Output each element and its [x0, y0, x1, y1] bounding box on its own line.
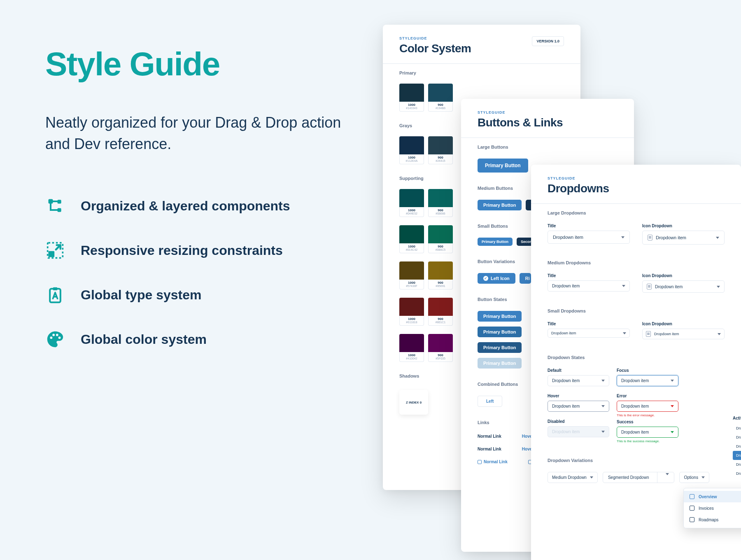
state-default-button[interactable]: Primary Button	[478, 311, 522, 322]
icon-dropdown-md[interactable]: Dropdown item	[642, 280, 725, 293]
dropdown-focus[interactable]: Dropdown item	[617, 375, 678, 386]
resize-icon	[45, 240, 65, 260]
section-dropdown-states: Dropdown States	[531, 348, 741, 365]
menu-item-invoices[interactable]: Invoices	[684, 502, 741, 514]
dropdown-lg[interactable]: Dropdown item	[548, 231, 630, 244]
list-item-selected[interactable]: Dropdown	[733, 451, 741, 460]
invoice-icon	[690, 506, 694, 511]
dropdown-default[interactable]: Dropdown item	[548, 375, 609, 386]
icon-link[interactable]: Normal Link	[478, 460, 508, 464]
medium-dropdown-var[interactable]: Medium Dropdown	[548, 472, 598, 483]
color-swatch: 900#801C1	[428, 298, 453, 326]
document-icon	[648, 235, 652, 240]
roadmap-icon	[690, 517, 694, 522]
chevron-down-icon	[671, 380, 674, 382]
menu-item-overview[interactable]: Overview	[684, 491, 741, 502]
primary-button-md[interactable]: Primary Button	[478, 200, 522, 210]
list-item[interactable]: Dropdown i	[733, 460, 741, 469]
dropdown-error[interactable]: Dropdown item	[617, 401, 678, 412]
state-hover-button[interactable]: Primary Button	[478, 327, 522, 337]
chevron-down-icon	[717, 286, 720, 288]
page-title: Style Guide	[45, 45, 358, 83]
svg-rect-5	[50, 289, 61, 303]
color-swatch: 900#85691	[428, 261, 453, 289]
feature-label: Global type system	[81, 287, 201, 303]
color-swatch: 900#194B6	[428, 84, 453, 112]
col-title: Title	[548, 224, 630, 228]
state-success-label: Success	[617, 420, 678, 424]
dropdown-success[interactable]: Dropdown item	[617, 427, 678, 438]
svg-point-9	[56, 334, 58, 336]
dropdown-hover[interactable]: Dropdown item	[548, 401, 609, 412]
chevron-down-icon	[666, 473, 669, 480]
success-message: This is the success message.	[617, 439, 678, 443]
state-disabled-label: Disabled	[548, 419, 609, 424]
chevron-down-icon	[621, 236, 624, 238]
eyebrow: STYLEGUIDE	[399, 36, 471, 40]
col-icon: Icon Dropdown	[642, 273, 725, 278]
document-icon	[647, 284, 652, 289]
card-title: Dropdowns	[548, 182, 609, 195]
list-item[interactable]: Dropdown i	[733, 424, 741, 433]
state-hover-label: Hover	[548, 394, 609, 398]
combined-left-button[interactable]: Left	[478, 396, 502, 407]
color-swatch: 1000#014C42	[399, 225, 424, 253]
primary-button-sm[interactable]: Primary Button	[478, 238, 513, 246]
col-title: Title	[548, 273, 630, 278]
state-active-button[interactable]: Primary Button	[478, 342, 522, 353]
chevron-down-icon	[601, 380, 605, 382]
clipboard-type-icon	[45, 285, 65, 305]
color-swatch: 1000#112E4A	[399, 136, 424, 164]
primary-button-lg[interactable]: Primary Button	[478, 159, 528, 173]
page-subtitle: Neatly organized for your Drag & Drop ac…	[45, 112, 358, 155]
svg-point-10	[58, 337, 61, 339]
chevron-down-icon	[671, 405, 674, 407]
feature-label: Responsive resizing constraints	[81, 243, 283, 258]
options-dropdown[interactable]: Options	[679, 472, 709, 483]
section-primary: Primary	[383, 64, 580, 80]
right-icon-button[interactable]: Ri	[520, 273, 531, 284]
list-item[interactable]: Dropdown i	[733, 433, 741, 442]
dropdown-disabled: Dropdown item	[548, 426, 609, 437]
list-item[interactable]: Dropdown i	[733, 442, 741, 451]
eyebrow: STYLEGUIDE	[478, 110, 563, 114]
svg-point-7	[50, 337, 53, 339]
color-swatch: 1000#611818	[399, 298, 424, 326]
color-swatch: 1000#044E52	[399, 189, 424, 217]
section-small-dropdowns: Small Dropdowns	[531, 302, 741, 318]
color-swatch: 900#5F035	[428, 334, 453, 362]
chevron-down-icon	[701, 476, 705, 478]
chevron-down-icon	[718, 333, 721, 335]
normal-link[interactable]: Normal Link	[478, 434, 501, 439]
svg-rect-4	[49, 251, 55, 257]
menu-item-roadmaps[interactable]: Roadmaps	[684, 514, 741, 525]
segmented-dropdown[interactable]: Segmented Dropdown	[603, 472, 675, 483]
svg-rect-6	[53, 287, 58, 290]
chevron-down-icon	[716, 237, 719, 239]
chevron-down-icon	[671, 431, 674, 433]
document-icon	[646, 331, 651, 337]
check-icon: ✓	[483, 276, 488, 281]
feature-label: Organized & layered components	[81, 198, 290, 214]
chevron-down-icon	[601, 405, 605, 407]
icon-dropdown-lg[interactable]: Dropdown item	[642, 231, 725, 245]
state-error-label: Error	[617, 394, 678, 398]
col-icon: Icon Dropdown	[642, 224, 725, 228]
dropdown-md[interactable]: Dropdown item	[548, 280, 630, 292]
overview-icon	[690, 494, 694, 499]
left-icon-button[interactable]: ✓ Left Icon	[478, 273, 515, 284]
color-swatch: 1000#57430F	[399, 261, 424, 289]
options-menu[interactable]: Overview Invoices Roadmaps	[683, 488, 741, 528]
col-title: Title	[548, 322, 630, 326]
section-dropdown-variations: Dropdown Variations	[531, 451, 741, 468]
list-item[interactable]: Dropdown i	[733, 469, 741, 478]
icon-dropdown-sm[interactable]: Dropdown item	[642, 329, 725, 339]
link-icon-glyph	[478, 460, 482, 464]
normal-link[interactable]: Normal Link	[478, 447, 501, 451]
version-badge: VERSION 1.0	[532, 36, 564, 46]
feature-type: Global type system	[45, 285, 358, 305]
color-swatch: 1000#143343	[399, 84, 424, 112]
active-label: Active	[733, 416, 741, 420]
dropdown-sm[interactable]: Dropdown item	[548, 329, 630, 338]
feature-label: Global color system	[81, 332, 207, 347]
